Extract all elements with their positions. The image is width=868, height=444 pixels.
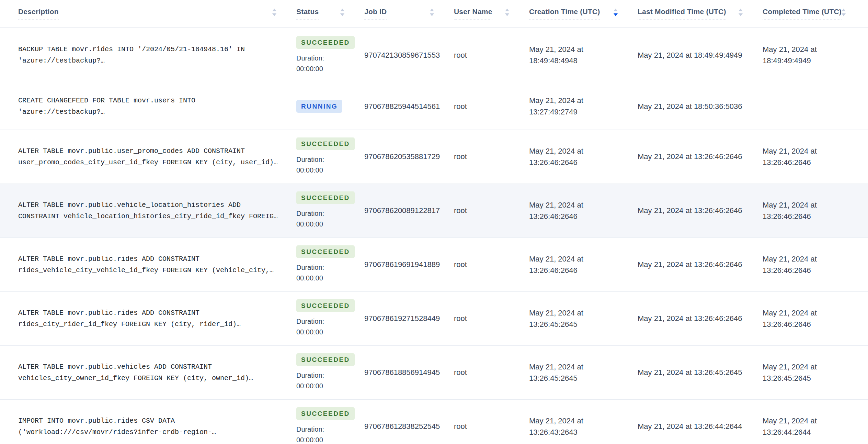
duration-label: Duration:	[296, 424, 346, 435]
duration-value: 00:00:00	[296, 327, 346, 337]
completed-time: May 21, 2024 at 18:49:49:4949	[763, 44, 833, 66]
job-description-link[interactable]: ALTER TABLE movr.public.vehicle_location…	[18, 199, 278, 222]
column-label-creation-time: Creation Time (UTC)	[529, 8, 600, 20]
sort-icon	[340, 9, 344, 16]
sort-icon	[842, 9, 846, 16]
table-header: Description Status Job ID User Name	[0, 0, 868, 27]
duration-value: 00:00:00	[296, 381, 346, 391]
column-header-status[interactable]: Status	[285, 0, 353, 27]
table-row: ALTER TABLE movr.public.vehicles ADD CON…	[0, 345, 868, 399]
duration-value: 00:00:00	[296, 435, 346, 444]
table-row: ALTER TABLE movr.public.rides ADD CONSTR…	[0, 237, 868, 291]
sort-icon	[272, 9, 276, 16]
completed-time: May 21, 2024 at 13:26:46:2646	[763, 307, 833, 330]
last-modified-time: May 21, 2024 at 18:49:49:4949	[638, 49, 744, 61]
column-header-user-name[interactable]: User Name	[443, 0, 518, 27]
duration-value: 00:00:00	[296, 219, 346, 230]
last-modified-time: May 21, 2024 at 13:26:45:2645	[638, 367, 744, 378]
creation-time: May 21, 2024 at 13:26:46:2646	[529, 253, 619, 276]
user-name: root	[454, 51, 467, 59]
column-label-last-modified-time: Last Modified Time (UTC)	[638, 8, 726, 20]
jobs-table: Description Status Job ID User Name	[0, 0, 868, 444]
job-description-link[interactable]: ALTER TABLE movr.public.rides ADD CONSTR…	[18, 253, 278, 276]
duration-label: Duration:	[296, 262, 346, 273]
user-name: root	[454, 314, 467, 323]
duration-label: Duration:	[296, 370, 346, 381]
creation-time: May 21, 2024 at 13:26:46:2646	[529, 199, 619, 222]
sort-icon	[739, 9, 743, 16]
job-description-link[interactable]: BACKUP TABLE movr.rides INTO '/2024/05/2…	[18, 44, 278, 66]
status-badge: SUCCEEDED	[296, 407, 355, 420]
status-badge: SUCCEEDED	[296, 353, 355, 366]
job-description-link[interactable]: ALTER TABLE movr.public.vehicles ADD CON…	[18, 361, 278, 384]
column-label-user-name: User Name	[454, 8, 492, 20]
user-name: root	[454, 422, 467, 431]
column-header-description[interactable]: Description	[0, 0, 285, 27]
job-id: 970742130859671553	[364, 51, 440, 59]
completed-time: May 21, 2024 at 13:26:44:2644	[763, 415, 833, 438]
last-modified-time: May 21, 2024 at 13:26:44:2644	[638, 421, 744, 432]
completed-time: May 21, 2024 at 13:26:46:2646	[763, 145, 833, 168]
duration-label: Duration:	[296, 154, 346, 165]
table-row: ALTER TABLE movr.public.user_promo_codes…	[0, 130, 868, 184]
table-row: ALTER TABLE movr.public.vehicle_location…	[0, 184, 868, 237]
creation-time: May 21, 2024 at 13:26:45:2645	[529, 307, 619, 330]
last-modified-time: May 21, 2024 at 13:26:46:2646	[638, 313, 744, 324]
last-modified-time: May 21, 2024 at 13:26:46:2646	[638, 205, 744, 216]
creation-time: May 21, 2024 at 18:49:48:4948	[529, 44, 619, 66]
job-id: 970678825944514561	[364, 102, 440, 111]
completed-time: May 21, 2024 at 13:26:46:2646	[763, 253, 833, 276]
duration-value: 00:00:00	[296, 165, 346, 176]
user-name: root	[454, 368, 467, 377]
status-badge: RUNNING	[296, 100, 342, 113]
user-name: root	[454, 260, 467, 269]
user-name: root	[454, 152, 467, 161]
status-badge: SUCCEEDED	[296, 191, 355, 204]
status-badge: SUCCEEDED	[296, 137, 355, 150]
duration-value: 00:00:00	[296, 64, 346, 74]
duration-label: Duration:	[296, 208, 346, 219]
last-modified-time: May 21, 2024 at 18:50:36:5036	[638, 101, 744, 112]
status-badge: SUCCEEDED	[296, 299, 355, 312]
job-id: 970678620089122817	[364, 206, 440, 215]
completed-time: May 21, 2024 at 13:26:45:2645	[763, 361, 833, 384]
user-name: root	[454, 206, 467, 215]
table-body: BACKUP TABLE movr.rides INTO '/2024/05/2…	[0, 27, 868, 444]
duration-label: Duration:	[296, 316, 346, 327]
duration-label: Duration:	[296, 53, 346, 64]
column-header-creation-time[interactable]: Creation Time (UTC)	[518, 0, 626, 27]
creation-time: May 21, 2024 at 13:26:45:2645	[529, 361, 619, 384]
job-id: 970678620535881729	[364, 152, 440, 161]
job-description-link[interactable]: ALTER TABLE movr.public.rides ADD CONSTR…	[18, 307, 278, 330]
table-row: BACKUP TABLE movr.rides INTO '/2024/05/2…	[0, 27, 868, 83]
last-modified-time: May 21, 2024 at 13:26:46:2646	[638, 259, 744, 270]
column-header-last-modified-time[interactable]: Last Modified Time (UTC)	[626, 0, 751, 27]
column-label-description: Description	[18, 8, 59, 20]
column-header-job-id[interactable]: Job ID	[353, 0, 443, 27]
job-id: 970678612838252545	[364, 422, 440, 431]
job-description-link[interactable]: IMPORT INTO movr.public.rides CSV DATA (…	[18, 415, 278, 438]
job-id: 970678619691941889	[364, 260, 440, 269]
creation-time: May 21, 2024 at 13:26:46:2646	[529, 145, 619, 168]
completed-time: May 21, 2024 at 13:26:46:2646	[763, 199, 833, 222]
status-badge: SUCCEEDED	[296, 36, 355, 49]
table-row: ALTER TABLE movr.public.rides ADD CONSTR…	[0, 291, 868, 345]
column-header-completed-time[interactable]: Completed Time (UTC)	[751, 0, 840, 27]
job-description-link[interactable]: CREATE CHANGEFEED FOR TABLE movr.users I…	[18, 95, 278, 118]
column-label-status: Status	[296, 8, 319, 20]
table-row: CREATE CHANGEFEED FOR TABLE movr.users I…	[0, 83, 868, 130]
sort-icon	[430, 9, 434, 16]
creation-time: May 21, 2024 at 13:27:49:2749	[529, 95, 619, 118]
table-row: IMPORT INTO movr.public.rides CSV DATA (…	[0, 399, 868, 444]
status-badge: SUCCEEDED	[296, 245, 355, 258]
sort-icon	[505, 9, 509, 16]
sort-icon-active-desc	[614, 9, 618, 16]
creation-time: May 21, 2024 at 13:26:43:2643	[529, 415, 619, 438]
column-label-job-id: Job ID	[364, 8, 387, 20]
job-description-link[interactable]: ALTER TABLE movr.public.user_promo_codes…	[18, 145, 278, 168]
user-name: root	[454, 102, 467, 111]
job-id: 970678619271528449	[364, 314, 440, 323]
job-id: 970678618856914945	[364, 368, 440, 377]
column-label-completed-time: Completed Time (UTC)	[763, 8, 842, 20]
duration-value: 00:00:00	[296, 273, 346, 284]
